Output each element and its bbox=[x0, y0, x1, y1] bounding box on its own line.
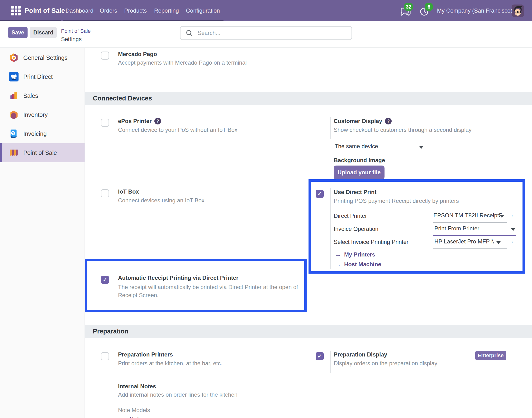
nav-item-orders[interactable]: Orders bbox=[100, 0, 117, 21]
svg-text:$: $ bbox=[12, 131, 14, 135]
mercado-pago-title: Mercado Pago bbox=[118, 51, 157, 58]
upload-file-button[interactable]: Upload your file bbox=[334, 165, 384, 179]
note-models-label: Note Models bbox=[118, 407, 150, 414]
check-icon: ✓ bbox=[103, 353, 107, 359]
invoice-operation-label: Invoice Operation bbox=[334, 226, 378, 232]
link-arrow-icon: → bbox=[120, 415, 126, 418]
help-icon[interactable]: ? bbox=[154, 118, 161, 125]
nav-item-dashboard[interactable]: Dashboard bbox=[66, 0, 93, 21]
section-preparation: Preparation bbox=[85, 325, 532, 338]
section-title: Preparation bbox=[93, 328, 128, 335]
mercado-pago-checkbox[interactable]: ✓ bbox=[101, 52, 109, 60]
customer-display-device-select[interactable]: The same device bbox=[335, 143, 378, 150]
save-button[interactable]: Save bbox=[8, 27, 28, 38]
internal-link-arrow-icon[interactable]: → bbox=[508, 237, 514, 245]
setting-divider bbox=[330, 188, 331, 269]
activity-badge[interactable]: 6 bbox=[425, 3, 433, 11]
sidebar-item-general-settings[interactable]: General Settings bbox=[0, 48, 85, 67]
enterprise-badge: Enterprise bbox=[475, 351, 506, 360]
sidebar-item-print-direct[interactable]: Print Direct bbox=[0, 67, 85, 86]
chevron-down-icon[interactable] bbox=[419, 146, 423, 149]
navbar-underline-right bbox=[63, 20, 223, 21]
messages-badge[interactable]: 32 bbox=[404, 3, 413, 11]
search-bar[interactable] bbox=[180, 26, 352, 40]
user-avatar[interactable] bbox=[512, 4, 524, 17]
discard-button[interactable]: Discard bbox=[30, 27, 57, 38]
iot-box-checkbox[interactable]: ✓ bbox=[101, 189, 109, 197]
check-icon: ✓ bbox=[103, 120, 107, 126]
chevron-down-icon[interactable] bbox=[511, 228, 515, 231]
breadcrumb-parent[interactable]: Point of Sale bbox=[61, 28, 91, 34]
customer-display-title: Customer Display? bbox=[334, 118, 392, 125]
search-input[interactable] bbox=[197, 29, 351, 36]
nav-item-reporting[interactable]: Reporting bbox=[154, 0, 179, 21]
use-direct-print-desc: Printing POS payment Receipt directly by… bbox=[334, 197, 459, 204]
preparation-printers-title: Preparation Printers bbox=[118, 351, 173, 358]
iot-box-title: IoT Box bbox=[118, 188, 139, 195]
direct-printer-label: Direct Printer bbox=[334, 213, 367, 219]
help-icon[interactable]: ? bbox=[385, 118, 392, 125]
invoice-printing-printer-select[interactable]: HP LaserJet Pro MFP M125 bbox=[434, 238, 494, 245]
auto-receipt-title: Automatic Receipt Printing via Direct Pr… bbox=[118, 275, 238, 281]
nav-item-products[interactable]: Products bbox=[124, 0, 147, 21]
background-image-label: Background Image bbox=[334, 157, 385, 164]
print-direct-icon bbox=[9, 72, 19, 81]
setting-divider bbox=[116, 188, 116, 210]
search-icon bbox=[186, 29, 193, 36]
internal-notes-desc: Add internal notes on order lines for th… bbox=[118, 391, 238, 398]
inventory-icon bbox=[9, 110, 19, 119]
nav-item-configuration[interactable]: Configuration bbox=[186, 0, 220, 21]
setting-divider bbox=[116, 351, 116, 373]
check-icon: ✓ bbox=[103, 190, 107, 197]
link-arrow-icon: → bbox=[335, 261, 341, 268]
apps-grid-icon[interactable] bbox=[11, 6, 21, 15]
check-icon: ✓ bbox=[318, 191, 322, 197]
preparation-printers-checkbox[interactable]: ✓ bbox=[101, 352, 109, 360]
pos-settings-page: Point of Sale Dashboard Orders Products … bbox=[0, 0, 532, 418]
select-underline bbox=[433, 222, 507, 223]
notes-link[interactable]: Notes bbox=[129, 416, 145, 418]
epos-printer-title: ePos Printer? bbox=[118, 118, 161, 125]
sidebar-item-sales[interactable]: Sales bbox=[0, 86, 85, 105]
host-machine-link[interactable]: Host Machine bbox=[344, 261, 381, 268]
direct-printer-select[interactable]: EPSON TM-T82II Receipt5 bbox=[433, 212, 497, 219]
company-switcher[interactable]: My Company (San Francisco) bbox=[437, 0, 512, 21]
setting-divider bbox=[116, 117, 116, 139]
sidebar-item-inventory[interactable]: Inventory bbox=[0, 105, 85, 124]
check-icon: ✓ bbox=[318, 353, 322, 359]
link-arrow-icon: → bbox=[335, 251, 341, 258]
check-icon: ✓ bbox=[103, 52, 107, 59]
use-direct-print-checkbox[interactable]: ✓ bbox=[316, 190, 324, 198]
sales-icon bbox=[9, 91, 19, 101]
settings-sidebar: General Settings Print Direct Sales bbox=[0, 48, 85, 418]
chevron-down-icon[interactable] bbox=[496, 241, 501, 244]
invoice-operation-select[interactable]: Print From Printer bbox=[434, 225, 479, 232]
epos-printer-checkbox[interactable]: ✓ bbox=[101, 119, 109, 127]
customer-display-desc: Show checkout to customers through a sec… bbox=[334, 127, 472, 133]
setting-divider bbox=[116, 274, 116, 306]
select-underline bbox=[433, 248, 507, 249]
setting-divider bbox=[116, 50, 116, 69]
preparation-display-title: Preparation Display bbox=[334, 351, 387, 358]
chevron-down-icon[interactable] bbox=[500, 215, 504, 218]
my-printers-link[interactable]: My Printers bbox=[344, 251, 375, 258]
check-icon: ✓ bbox=[103, 277, 107, 283]
select-underline-focused bbox=[433, 235, 516, 236]
mercado-pago-desc: Accept payments with Mercado Pago on a t… bbox=[118, 59, 247, 66]
app-brand[interactable]: Point of Sale bbox=[25, 0, 65, 21]
selected-accent-bar bbox=[0, 143, 2, 162]
setting-divider bbox=[330, 117, 331, 139]
section-connected-devices: Connected Devices bbox=[85, 92, 532, 105]
internal-link-arrow-icon[interactable]: → bbox=[508, 211, 514, 219]
breadcrumb-current: Settings bbox=[61, 36, 82, 43]
iot-box-desc: Connect devices using an IoT Box bbox=[118, 197, 205, 204]
point-of-sale-icon bbox=[9, 148, 19, 157]
auto-receipt-checkbox[interactable]: ✓ bbox=[101, 276, 109, 284]
preparation-display-checkbox[interactable]: ✓ bbox=[316, 352, 324, 360]
setting-divider bbox=[330, 351, 331, 373]
sidebar-item-point-of-sale[interactable]: Point of Sale bbox=[0, 143, 85, 162]
internal-notes-title: Internal Notes bbox=[118, 383, 156, 390]
sidebar-item-invoicing[interactable]: $ Invoicing bbox=[0, 124, 85, 143]
general-settings-icon bbox=[9, 53, 19, 62]
invoicing-icon: $ bbox=[9, 129, 19, 139]
